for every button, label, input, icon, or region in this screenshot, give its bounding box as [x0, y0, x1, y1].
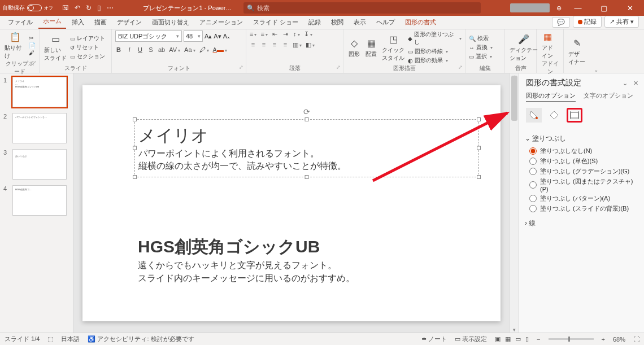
resize-handle[interactable]	[305, 117, 309, 121]
align-right-button[interactable]: ≡	[271, 41, 278, 49]
fill-pattern-radio[interactable]: 塗りつぶし (パターン)(A)	[529, 194, 637, 203]
quick-styles-button[interactable]: ◳クイック スタイル	[381, 33, 406, 62]
tab-home[interactable]: ホーム	[38, 15, 66, 29]
fill-slidebg-radio[interactable]: 塗りつぶし (スライドの背景)(B)	[529, 204, 637, 213]
justify-button[interactable]: ≡	[282, 41, 289, 49]
fill-line-tab-icon[interactable]	[526, 108, 542, 123]
sorter-view-icon[interactable]: ▦	[505, 335, 511, 343]
resize-handle[interactable]	[133, 175, 137, 179]
scroll-thumb[interactable]	[511, 76, 517, 121]
thumbnail-2[interactable]: パワーポイントのフォントを…	[12, 113, 67, 143]
tab-animations[interactable]: アニメーション	[195, 16, 247, 29]
dictate-button[interactable]: 🎤ディクテー ション	[508, 33, 539, 62]
thumbnail-4[interactable]: HGS創英角ゴ…	[12, 185, 67, 216]
fill-picture-radio[interactable]: 塗りつぶし (図またはテクスチャ)(P)	[529, 177, 637, 193]
clipboard-small[interactable]: ✂📄🖌	[29, 35, 36, 56]
slide-canvas[interactable]: ⟳ メイリオ パワーポイントによく利用されるフォント。 縦横の線の太さが均一で、…	[73, 73, 510, 333]
shape-fill-button[interactable]: ◆ 図形の塗りつぶし	[408, 30, 462, 46]
tab-draw[interactable]: 描画	[90, 16, 111, 29]
increase-font-icon[interactable]: A▴	[204, 33, 212, 40]
fill-none-radio[interactable]: 塗りつぶしなし(N)	[529, 147, 637, 155]
resize-handle[interactable]	[477, 117, 481, 121]
replace-button[interactable]: ↔ 置換	[469, 43, 493, 51]
notes-button[interactable]: ≐ ノート	[421, 335, 447, 343]
indent-inc-button[interactable]: ⇥	[282, 30, 289, 38]
paste-button[interactable]: 📋貼り付け	[3, 30, 27, 60]
selected-textbox[interactable]: ⟳ メイリオ パワーポイントによく利用されるフォント。 縦横の線の太さが均一で、…	[134, 119, 479, 178]
arrange-button[interactable]: ▦配置	[364, 37, 378, 58]
highlight-button[interactable]: 🖍	[199, 46, 209, 53]
font-color-button[interactable]: A	[213, 46, 227, 53]
fit-to-window-button[interactable]: ⛶	[633, 336, 639, 343]
font-name-combo[interactable]: BIZ UDPゴシック▾	[115, 30, 182, 42]
undo-icon[interactable]: ↶	[75, 4, 80, 12]
shapes-button[interactable]: ◇図形	[347, 37, 362, 58]
close-button[interactable]: ✕	[620, 4, 639, 12]
align-left-button[interactable]: ≡	[250, 41, 256, 49]
pane-tab-shape-options[interactable]: 図形のオプション	[526, 91, 576, 102]
bold-button[interactable]: B	[115, 46, 122, 53]
layout-button[interactable]: ▭ レイアウト	[70, 34, 105, 42]
new-slide-button[interactable]: ▭新しい スライド	[43, 33, 68, 62]
size-properties-tab-icon[interactable]	[567, 108, 582, 123]
tab-transitions[interactable]: 画面切り替え	[147, 16, 194, 29]
zoom-slider[interactable]	[549, 338, 594, 340]
redo-icon[interactable]: ↻	[86, 4, 92, 12]
font-size-combo[interactable]: 48▾	[184, 30, 203, 42]
text-direction-button[interactable]: ↧	[304, 30, 312, 38]
shadow-button[interactable]: ab	[158, 46, 165, 53]
designer-button[interactable]: ✎デザ イナー	[567, 37, 586, 66]
select-button[interactable]: ▭ 選択	[469, 53, 493, 60]
resize-handle[interactable]	[477, 175, 481, 179]
status-language[interactable]: 日本語	[61, 335, 80, 343]
autosave-toggle[interactable]: 自動保存 オフ	[2, 4, 53, 12]
reading-view-icon[interactable]: ▭	[515, 335, 521, 343]
find-button[interactable]: 🔍 検索	[469, 34, 493, 42]
line-spacing-button[interactable]: ↕	[293, 30, 300, 38]
web-icon[interactable]: ⊕	[556, 5, 562, 12]
resize-handle[interactable]	[133, 146, 137, 150]
addin-button[interactable]: ▦アド イン	[540, 30, 555, 60]
status-slide-count[interactable]: スライド 1/4	[5, 335, 40, 343]
pane-dropdown-icon[interactable]: ⌄	[623, 80, 628, 87]
share-button[interactable]: ↗ 共有 ▾	[604, 16, 639, 28]
shape-outline-button[interactable]: ▭ 図形の枠線	[408, 47, 462, 55]
shape-effects-button[interactable]: ◐ 図形の効果	[408, 56, 462, 64]
fill-gradient-radio[interactable]: 塗りつぶし (グラデーション)(G)	[529, 167, 637, 176]
effects-tab-icon[interactable]	[546, 108, 562, 123]
thumbnail-3[interactable]: あいうえお	[12, 149, 67, 180]
tab-slideshow[interactable]: スライド ショー	[249, 16, 303, 29]
collapse-ribbon-button[interactable]: ⌄	[591, 29, 601, 73]
tab-insert[interactable]: 挿入	[67, 16, 89, 29]
record-button[interactable]: 記録	[573, 16, 602, 28]
thumbnail-1[interactable]: メイリオ…HGS創英角ゴシックUB	[12, 77, 67, 107]
display-settings-button[interactable]: ▭ 表示設定	[455, 335, 487, 343]
resize-handle[interactable]	[477, 146, 481, 150]
zoom-value[interactable]: 68%	[613, 336, 625, 343]
reset-button[interactable]: ↺ リセット	[70, 43, 105, 51]
search-box[interactable]: 🔍 検索	[243, 2, 481, 14]
bullets-button[interactable]: ≡	[250, 30, 256, 38]
tab-file[interactable]: ファイル	[3, 16, 37, 29]
spacing-button[interactable]: AV	[169, 46, 180, 53]
comments-button[interactable]: 💬	[552, 17, 570, 28]
align-center-button[interactable]: ≡	[260, 41, 267, 49]
minimize-button[interactable]: —	[568, 4, 588, 12]
maximize-button[interactable]: ▢	[594, 4, 613, 12]
resize-handle[interactable]	[133, 117, 137, 121]
more-icon[interactable]: ⋯	[107, 4, 114, 12]
resize-handle[interactable]	[305, 175, 309, 179]
decrease-font-icon[interactable]: A▾	[214, 33, 221, 40]
tab-record[interactable]: 記録	[304, 16, 325, 29]
case-button[interactable]: Aa	[184, 46, 195, 53]
numbering-button[interactable]: ≡	[260, 30, 267, 38]
underline-button[interactable]: U	[137, 46, 143, 53]
rotation-handle-icon[interactable]: ⟳	[303, 107, 310, 116]
slideshow-view-icon[interactable]: ▯	[525, 335, 529, 343]
user-account[interactable]	[510, 3, 550, 12]
line-section-header[interactable]: › 線	[525, 219, 637, 228]
zoom-out-button[interactable]: −	[537, 336, 540, 343]
indent-dec-button[interactable]: ⇤	[272, 30, 279, 38]
italic-button[interactable]: I	[126, 46, 133, 53]
smartart-button[interactable]: ◧	[306, 41, 315, 49]
